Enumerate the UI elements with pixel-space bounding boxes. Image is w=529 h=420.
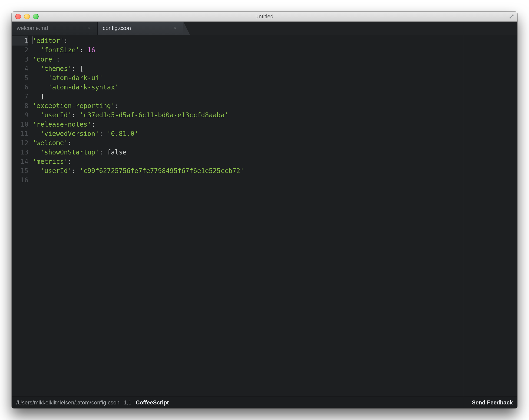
line-number: 1: [12, 36, 28, 46]
line-number: 2: [12, 46, 28, 55]
code-line: 'release-notes':: [33, 120, 464, 129]
line-number: 3: [12, 55, 28, 64]
fullscreen-icon[interactable]: [509, 13, 515, 20]
code-line: 'exception-reporting':: [33, 101, 464, 111]
close-icon[interactable]: ×: [172, 25, 178, 32]
tab-welcome[interactable]: welcome.md ×: [12, 22, 98, 35]
code-line: 'fontSize': 16: [33, 46, 464, 55]
window-close-button[interactable]: [15, 14, 21, 19]
code-line: 'core':: [33, 55, 464, 64]
window-title: untitled: [12, 13, 517, 20]
status-language[interactable]: CoffeeScript: [136, 399, 169, 406]
status-bar: /Users/mikkelklitnielsen/.atom/config.cs…: [12, 396, 517, 408]
editor-area: 12345678910111213141516 'editor': 'fontS…: [12, 35, 517, 396]
close-icon[interactable]: ×: [86, 25, 92, 32]
line-number: 13: [12, 148, 28, 157]
code-line: 'editor':: [33, 36, 464, 46]
line-number: 11: [12, 129, 28, 139]
code-line: 'viewedVersion': '0.81.0': [33, 129, 464, 139]
code-line: 'themes': [: [33, 64, 464, 73]
code-line: [33, 176, 464, 185]
editor-window: untitled welcome.md × config.cson × 123: [12, 12, 517, 408]
window-minimize-button[interactable]: [24, 14, 30, 19]
tab-label: welcome.md: [17, 25, 86, 31]
line-number: 16: [12, 176, 28, 185]
status-cursor-position: 1,1: [124, 399, 131, 406]
code-line: 'welcome':: [33, 139, 464, 148]
line-number: 14: [12, 157, 28, 166]
send-feedback-button[interactable]: Send Feedback: [472, 399, 513, 406]
code-line: 'userId': 'c37ed1d5-d5af-6c11-bd0a-e13cc…: [33, 111, 464, 120]
line-number: 6: [12, 83, 28, 92]
line-number: 4: [12, 64, 28, 73]
line-number: 10: [12, 120, 28, 129]
tab-label: config.cson: [103, 25, 172, 31]
code-line: 'atom-dark-ui': [33, 73, 464, 83]
traffic-lights: [12, 14, 39, 19]
line-number-gutter: 12345678910111213141516: [12, 35, 32, 396]
line-number: 7: [12, 92, 28, 101]
line-number: 15: [12, 166, 28, 176]
code-line: ]: [33, 92, 464, 101]
minimap[interactable]: [464, 35, 517, 396]
status-file-path: /Users/mikkelklitnielsen/.atom/config.cs…: [16, 399, 119, 406]
code-line: 'userId': 'c99f62725756fe7fe7798495f67f6…: [33, 166, 464, 176]
window-zoom-button[interactable]: [33, 14, 39, 19]
line-number: 8: [12, 101, 28, 111]
tab-config[interactable]: config.cson ×: [98, 22, 184, 35]
code-line: 'showOnStartup': false: [33, 148, 464, 157]
code-line: 'metrics':: [33, 157, 464, 166]
titlebar: untitled: [12, 12, 517, 22]
line-number: 5: [12, 73, 28, 83]
line-number: 9: [12, 111, 28, 120]
line-number: 12: [12, 139, 28, 148]
code-line: 'atom-dark-syntax': [33, 83, 464, 92]
tab-bar: welcome.md × config.cson ×: [12, 22, 517, 35]
code-editor[interactable]: 'editor': 'fontSize': 16'core': 'themes'…: [32, 35, 464, 396]
